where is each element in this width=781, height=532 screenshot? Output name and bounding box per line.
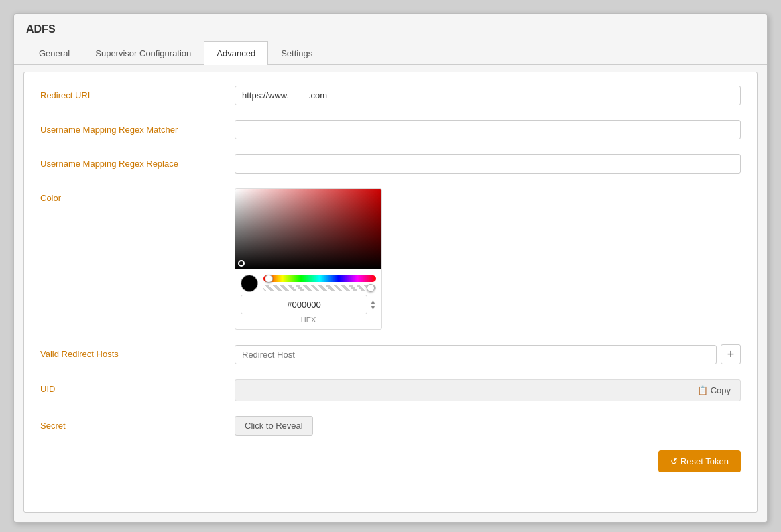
content-area: Redirect URI Username Mapping Regex Matc… [23, 72, 758, 513]
username-regex-matcher-wrap [235, 120, 741, 139]
username-regex-matcher-label: Username Mapping Regex Matcher [40, 120, 235, 135]
gradient-cursor [238, 260, 245, 267]
copy-label: Copy [711, 385, 731, 395]
color-picker-wrap: ▲ ▼ HEX [235, 188, 741, 330]
secret-label: Secret [40, 416, 235, 431]
tab-settings[interactable]: Settings [268, 41, 325, 65]
color-row: Color [40, 188, 741, 330]
redirect-uri-wrap [235, 86, 741, 105]
tab-advanced[interactable]: Advanced [204, 41, 268, 65]
uid-field: 📋 Copy [235, 379, 741, 401]
color-picker: ▲ ▼ HEX [235, 188, 382, 330]
hue-slider[interactable] [263, 275, 376, 282]
hue-thumb [265, 275, 273, 283]
hex-input[interactable] [241, 295, 367, 314]
valid-redirect-hosts-label: Valid Redirect Hosts [40, 344, 235, 359]
color-hex-wrap: ▲ ▼ [235, 295, 381, 314]
tab-bar: General Supervisor Configuration Advance… [14, 41, 767, 65]
redirect-uri-input[interactable] [235, 86, 741, 105]
username-regex-replace-row: Username Mapping Regex Replace [40, 154, 741, 174]
reset-token-button[interactable]: ↺ Reset Token [658, 450, 741, 472]
hex-arrows[interactable]: ▲ ▼ [370, 299, 376, 311]
app-title: ADFS [14, 14, 767, 41]
color-gradient[interactable] [235, 189, 381, 269]
color-controls [235, 269, 381, 295]
uid-wrap: 📋 Copy [235, 379, 741, 401]
color-swatch [241, 275, 258, 292]
username-regex-replace-label: Username Mapping Regex Replace [40, 154, 235, 169]
tab-supervisor-configuration[interactable]: Supervisor Configuration [82, 41, 204, 65]
redirect-uri-label: Redirect URI [40, 86, 235, 101]
uid-label: UID [40, 379, 235, 394]
redirect-host-input[interactable] [235, 345, 717, 364]
footer-row: ↺ Reset Token [40, 450, 741, 472]
username-regex-replace-wrap [235, 154, 741, 174]
color-label: Color [40, 188, 235, 203]
secret-wrap: Click to Reveal [235, 416, 741, 436]
alpha-slider[interactable] [263, 285, 376, 291]
alpha-thumb [367, 284, 375, 292]
username-regex-matcher-row: Username Mapping Regex Matcher [40, 120, 741, 139]
hex-label: HEX [235, 314, 381, 324]
username-regex-replace-input[interactable] [235, 154, 741, 174]
valid-redirect-hosts-wrap: + [235, 344, 741, 364]
redirect-uri-row: Redirect URI [40, 86, 741, 105]
copy-icon: 📋 [697, 385, 708, 395]
copy-uid-button[interactable]: 📋 Copy [695, 384, 733, 397]
username-regex-matcher-input[interactable] [235, 120, 741, 139]
uid-row: UID 📋 Copy [40, 379, 741, 401]
click-to-reveal-button[interactable]: Click to Reveal [235, 416, 313, 436]
tab-general[interactable]: General [26, 41, 82, 65]
hex-down-icon: ▼ [370, 305, 376, 311]
redirect-host-wrap: + [235, 344, 741, 364]
secret-row: Secret Click to Reveal [40, 416, 741, 436]
hue-slider-wrap [263, 275, 376, 291]
add-redirect-host-button[interactable]: + [721, 344, 741, 364]
valid-redirect-hosts-row: Valid Redirect Hosts + [40, 344, 741, 364]
main-window: ADFS General Supervisor Configuration Ad… [13, 13, 768, 523]
